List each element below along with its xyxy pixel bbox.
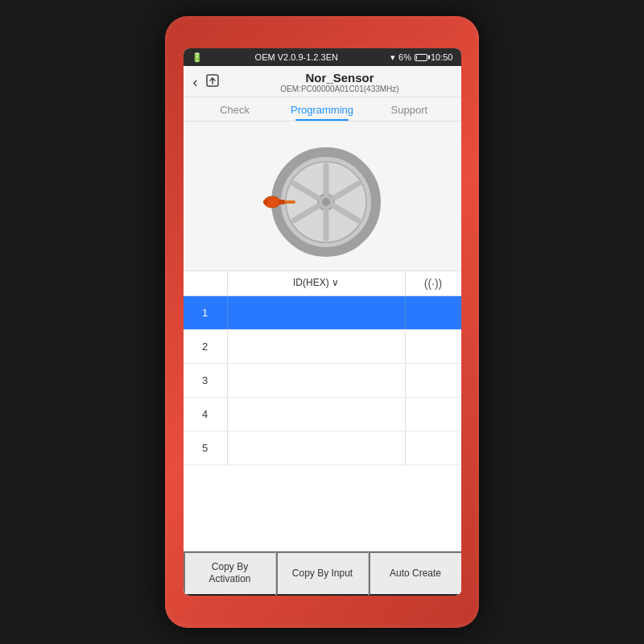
row-signal	[405, 330, 461, 363]
col-id-header[interactable]: ID(HEX) ∨	[228, 271, 405, 295]
row-num: 1	[184, 296, 228, 329]
table-header: ID(HEX) ∨ ((·))	[184, 270, 461, 296]
row-num: 2	[184, 330, 228, 363]
tab-check[interactable]: Check	[192, 97, 279, 121]
row-id	[228, 398, 405, 431]
svg-rect-16	[279, 200, 285, 204]
signal-header-icon: ((·))	[424, 277, 443, 290]
wifi-signal-icon: ▾	[390, 52, 395, 63]
row-num: 3	[184, 364, 228, 397]
battery-percent: 6%	[398, 52, 411, 62]
row-id	[228, 364, 405, 397]
battery-icon	[415, 54, 427, 61]
copy-by-activation-button[interactable]: Copy By Activation	[184, 551, 276, 596]
back-button[interactable]: ‹	[193, 75, 198, 89]
table-row[interactable]: 1	[184, 296, 461, 330]
row-signal	[405, 398, 461, 431]
col-num-header	[184, 271, 228, 295]
battery-status-icon: 🔋	[192, 52, 203, 63]
status-bar: 🔋 OEM V2.0.9-1.2.3EN ▾ 6% 10:50	[184, 48, 461, 66]
status-bar-version: OEM V2.0.9-1.2.3EN	[255, 52, 338, 62]
tab-programming[interactable]: Programming	[279, 97, 365, 121]
device-screen: 🔋 OEM V2.0.9-1.2.3EN ▾ 6% 10:50 ‹	[184, 48, 461, 596]
row-signal	[405, 431, 461, 464]
export-button[interactable]	[204, 72, 221, 93]
row-signal	[405, 296, 461, 329]
table-row[interactable]: 3	[184, 364, 461, 398]
wheel-illustration-area	[184, 122, 461, 270]
device-frame: 🔋 OEM V2.0.9-1.2.3EN ▾ 6% 10:50 ‹	[165, 16, 479, 628]
svg-point-6	[322, 198, 330, 206]
page-subtitle: OEM:PC00000A01C01(433MHz)	[229, 85, 452, 93]
bottom-action-bar: Copy By Activation Copy By Input Auto Cr…	[184, 551, 461, 596]
header: ‹ Nor_Sensor OEM:PC00000A01C01(433MHz)	[184, 66, 461, 97]
row-id	[228, 330, 405, 363]
table-row[interactable]: 2	[184, 330, 461, 364]
row-signal	[405, 364, 461, 397]
header-nav: ‹	[193, 72, 221, 93]
tab-bar: Check Programming Support	[184, 97, 461, 122]
copy-by-input-button[interactable]: Copy By Input	[276, 551, 369, 596]
table-row[interactable]: 4	[184, 398, 461, 431]
header-title-area: Nor_Sensor OEM:PC00000A01C01(433MHz)	[229, 71, 452, 93]
table-body: 1 2 3 4	[184, 296, 461, 551]
auto-create-button[interactable]: Auto Create	[369, 551, 461, 596]
status-bar-right: ▾ 6% 10:50	[390, 52, 452, 63]
time-display: 10:50	[431, 52, 453, 62]
row-id	[228, 431, 405, 464]
svg-point-15	[263, 200, 268, 204]
table-row[interactable]: 5	[184, 431, 461, 465]
row-id	[228, 296, 405, 329]
wheel-svg	[258, 134, 386, 262]
page-title: Nor_Sensor	[229, 71, 452, 85]
row-num: 4	[184, 398, 228, 431]
tab-support[interactable]: Support	[365, 97, 452, 121]
row-num: 5	[184, 431, 228, 464]
status-bar-left: 🔋	[192, 52, 203, 63]
col-signal-header: ((·))	[405, 271, 461, 295]
sensor-table: ID(HEX) ∨ ((·)) 1 2	[184, 270, 461, 551]
